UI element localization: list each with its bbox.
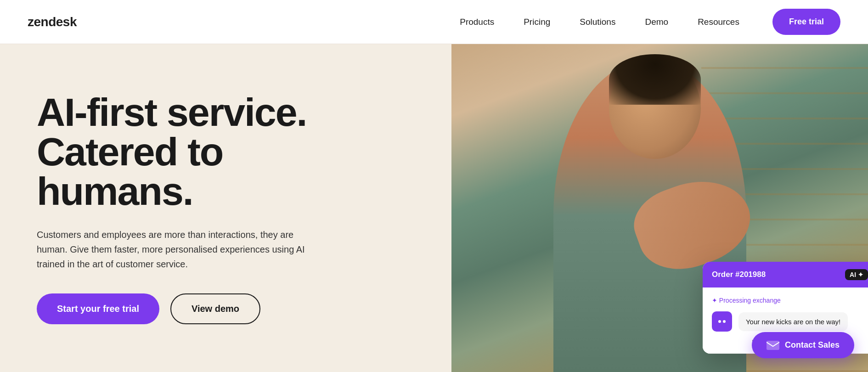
chat-order-number: Order #201988	[712, 270, 766, 279]
nav-item-pricing[interactable]: Pricing	[509, 0, 565, 44]
navbar: zendesk Products Pricing Solutions Demo …	[0, 0, 868, 44]
hero-image-area: Order #201988 AI ✦ ✦ Processing exchange	[451, 44, 868, 372]
person-hair	[609, 54, 701, 105]
chat-message-row: Your new kicks are on the way!	[712, 311, 868, 332]
chat-ai-badge: AI ✦	[845, 269, 868, 280]
dot-2	[723, 320, 726, 323]
contact-sales-button[interactable]: Contact Sales	[752, 332, 854, 358]
hero-headline: AI-first service. Catered to humans.	[37, 92, 424, 211]
nav-menu: Products Pricing Solutions Demo Resource…	[445, 0, 754, 44]
nav-item-demo[interactable]: Demo	[630, 0, 683, 44]
chat-processing-text: ✦ Processing exchange	[712, 297, 868, 304]
dot-1	[718, 320, 721, 323]
nav-item-resources[interactable]: Resources	[683, 0, 754, 44]
chat-avatar	[712, 311, 732, 332]
headline-line3: humans.	[37, 169, 193, 213]
headline-line2: Catered to	[37, 130, 223, 174]
start-free-trial-button[interactable]: Start your free trial	[37, 293, 159, 324]
mail-icon	[767, 341, 779, 350]
view-demo-button[interactable]: View demo	[170, 293, 260, 324]
headline-line1: AI-first service.	[37, 90, 306, 134]
nav-item-products[interactable]: Products	[445, 0, 509, 44]
chat-message-bubble: Your new kicks are on the way!	[738, 312, 848, 331]
free-trial-button[interactable]: Free trial	[772, 9, 840, 35]
logo: zendesk	[28, 15, 77, 29]
hero-section: AI-first service. Catered to humans. Cus…	[0, 44, 868, 372]
nav-item-solutions[interactable]: Solutions	[565, 0, 630, 44]
hero-photo: Order #201988 AI ✦ ✦ Processing exchange	[451, 44, 868, 372]
hero-buttons: Start your free trial View demo	[37, 293, 424, 324]
hero-content: AI-first service. Catered to humans. Cus…	[0, 44, 451, 372]
chat-avatar-dots	[718, 320, 726, 323]
svg-rect-0	[767, 341, 779, 350]
contact-sales-label: Contact Sales	[785, 340, 840, 350]
hero-subtext: Customers and employees are more than in…	[37, 227, 321, 271]
chat-header: Order #201988 AI ✦	[703, 262, 868, 287]
